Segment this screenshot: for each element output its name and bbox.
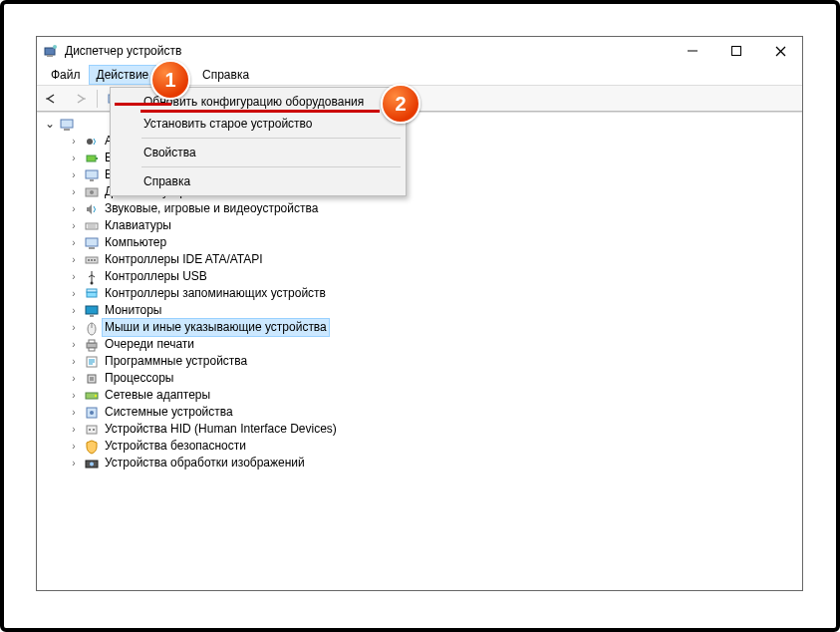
svg-point-27 bbox=[94, 259, 96, 261]
tree-item-label: Мониторы bbox=[103, 302, 163, 319]
menu-action[interactable]: Действие bbox=[89, 65, 157, 85]
menu-properties[interactable]: Свойства bbox=[114, 142, 403, 163]
ide-icon bbox=[84, 252, 100, 268]
tree-item-usb[interactable]: ›Контроллеры USB bbox=[41, 268, 802, 285]
tree-item-system[interactable]: ›Системные устройства bbox=[41, 404, 802, 421]
svg-rect-22 bbox=[86, 238, 98, 246]
svg-rect-19 bbox=[86, 223, 98, 229]
network-icon bbox=[84, 388, 100, 404]
cpu-icon bbox=[84, 371, 100, 387]
svg-rect-14 bbox=[96, 158, 98, 159]
tree-item-monitor[interactable]: ›Мониторы bbox=[41, 302, 802, 319]
tree-item-software[interactable]: ›Программные устройства bbox=[41, 353, 802, 370]
svg-rect-23 bbox=[89, 247, 95, 249]
tree-item-label: Устройства обработки изображений bbox=[103, 455, 307, 472]
tree-item-mouse[interactable]: ›Мыши и иные указывающие устройства bbox=[41, 319, 802, 336]
screenshot-frame: Диспетчер устройств Файл Действие Вид Сп… bbox=[0, 0, 840, 632]
hid-icon bbox=[84, 422, 100, 438]
tree-item-label: Программные устройства bbox=[103, 353, 249, 370]
tree-item-storage[interactable]: ›Контроллеры запоминающих устройств bbox=[41, 285, 802, 302]
maximize-button[interactable] bbox=[714, 37, 758, 65]
svg-rect-4 bbox=[732, 47, 741, 56]
computer-icon bbox=[84, 235, 100, 251]
software-icon bbox=[84, 354, 100, 370]
expand-toggle[interactable]: › bbox=[67, 421, 81, 438]
svg-rect-1 bbox=[47, 55, 53, 57]
svg-rect-15 bbox=[86, 170, 98, 178]
expand-toggle[interactable]: › bbox=[67, 166, 81, 183]
tree-item-label: Устройства безопасности bbox=[103, 438, 248, 455]
expand-toggle[interactable]: › bbox=[67, 268, 81, 285]
tree-item-printer[interactable]: ›Очереди печати bbox=[41, 336, 802, 353]
expand-toggle[interactable]: › bbox=[67, 234, 81, 251]
back-button[interactable] bbox=[41, 88, 63, 110]
expand-toggle[interactable]: › bbox=[67, 302, 81, 319]
svg-point-42 bbox=[95, 395, 97, 397]
svg-rect-32 bbox=[90, 315, 94, 317]
svg-point-2 bbox=[53, 45, 57, 49]
expand-toggle[interactable]: ⌄ bbox=[45, 116, 55, 133]
expand-toggle[interactable]: › bbox=[67, 455, 81, 472]
tree-item-sound[interactable]: ›Звуковые, игровые и видеоустройства bbox=[41, 200, 802, 217]
tree-item-label: Системные устройства bbox=[103, 404, 235, 421]
expand-toggle[interactable]: › bbox=[67, 404, 81, 421]
computer-icon bbox=[59, 117, 75, 133]
expand-toggle[interactable]: › bbox=[67, 319, 81, 336]
tree-item-imaging[interactable]: ›Устройства обработки изображений bbox=[41, 455, 802, 472]
monitor-icon bbox=[84, 303, 100, 319]
tree-item-security[interactable]: ›Устройства безопасности bbox=[41, 438, 802, 455]
expand-toggle[interactable]: › bbox=[67, 387, 81, 404]
keyboard-icon bbox=[84, 218, 100, 234]
svg-point-12 bbox=[87, 139, 93, 145]
tree-item-label: Компьютер bbox=[103, 234, 168, 251]
tree-item-keyboard[interactable]: ›Клавиатуры bbox=[41, 217, 802, 234]
svg-point-49 bbox=[90, 462, 94, 466]
svg-rect-31 bbox=[86, 306, 98, 314]
close-button[interactable] bbox=[758, 37, 802, 65]
forward-button[interactable] bbox=[69, 88, 91, 110]
svg-point-46 bbox=[89, 429, 91, 431]
display-icon bbox=[84, 167, 100, 183]
menu-file[interactable]: Файл bbox=[43, 65, 89, 85]
svg-point-44 bbox=[90, 411, 94, 415]
expand-toggle[interactable]: › bbox=[67, 370, 81, 387]
svg-rect-40 bbox=[90, 377, 94, 381]
expand-toggle[interactable]: › bbox=[67, 336, 81, 353]
expand-toggle[interactable]: › bbox=[67, 150, 81, 166]
menu-separator bbox=[141, 166, 401, 167]
mouse-icon bbox=[84, 320, 100, 336]
usb-icon bbox=[84, 269, 100, 285]
menu-help[interactable]: Справка bbox=[114, 170, 403, 192]
svg-point-18 bbox=[90, 190, 94, 194]
svg-rect-30 bbox=[87, 289, 97, 292]
menu-help[interactable]: Справка bbox=[194, 65, 257, 85]
svg-point-25 bbox=[88, 259, 90, 261]
annotation-underline-1 bbox=[115, 103, 171, 106]
menu-add-legacy[interactable]: Установить старое устройство bbox=[114, 113, 403, 135]
minimize-button[interactable] bbox=[671, 37, 714, 65]
expand-toggle[interactable]: › bbox=[67, 133, 81, 150]
tree-item-computer[interactable]: ›Компьютер bbox=[41, 234, 802, 251]
tree-item-hid[interactable]: ›Устройства HID (Human Interface Devices… bbox=[41, 421, 802, 438]
annotation-badge-2: 2 bbox=[381, 84, 420, 124]
tree-item-ide[interactable]: ›Контроллеры IDE ATA/ATAPI bbox=[41, 251, 802, 268]
battery-icon bbox=[84, 151, 100, 166]
expand-toggle[interactable]: › bbox=[67, 251, 81, 268]
svg-rect-36 bbox=[89, 340, 95, 343]
tree-item-cpu[interactable]: ›Процессоры bbox=[41, 370, 802, 387]
expand-toggle[interactable]: › bbox=[67, 438, 81, 455]
svg-rect-35 bbox=[87, 343, 97, 348]
expand-toggle[interactable]: › bbox=[67, 285, 81, 302]
svg-rect-37 bbox=[89, 348, 95, 351]
expand-toggle[interactable]: › bbox=[67, 353, 81, 370]
tree-item-label: Контроллеры запоминающих устройств bbox=[103, 285, 328, 302]
expand-toggle[interactable]: › bbox=[67, 183, 81, 200]
expand-toggle[interactable]: › bbox=[67, 200, 81, 217]
tree-item-network[interactable]: ›Сетевые адаптеры bbox=[41, 387, 802, 404]
printer-icon bbox=[84, 337, 100, 353]
menu-separator bbox=[141, 138, 401, 139]
annotation-underline-2 bbox=[140, 110, 380, 113]
svg-point-28 bbox=[91, 281, 94, 284]
toolbar-separator bbox=[97, 90, 98, 108]
expand-toggle[interactable]: › bbox=[67, 217, 81, 234]
